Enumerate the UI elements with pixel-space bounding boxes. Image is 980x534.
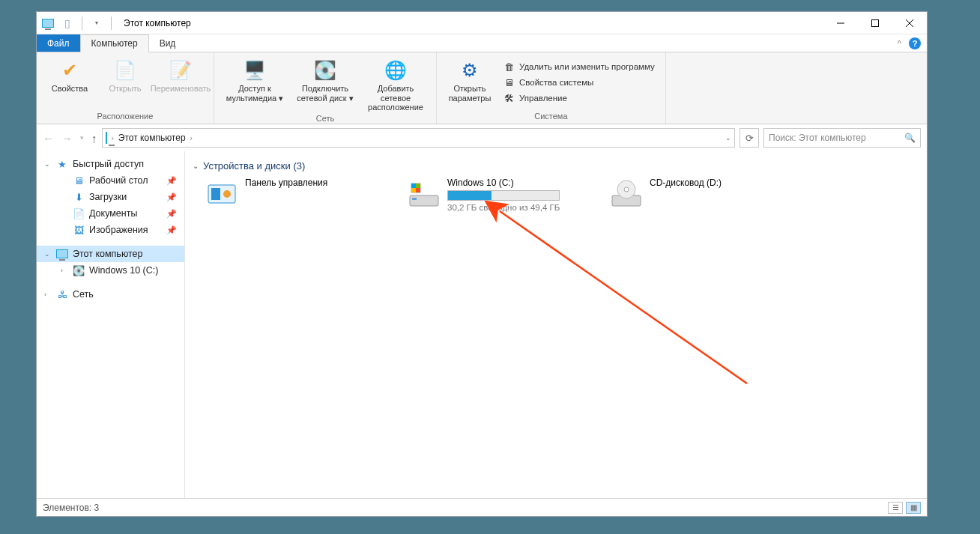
- pin-icon: 📌: [166, 192, 177, 202]
- svg-rect-11: [416, 183, 420, 188]
- drive-icon: 💽: [73, 264, 85, 276]
- uninstall-icon: 🗑: [503, 61, 515, 73]
- chevron-down-icon[interactable]: ⌄: [193, 162, 199, 170]
- group-header-devices[interactable]: ⌄ Устройства и диски (3): [193, 157, 919, 178]
- tile-drive-d[interactable]: CD-дисковод (D:): [611, 178, 783, 212]
- manage-button[interactable]: 🛠 Управление: [500, 91, 658, 105]
- separator: [82, 16, 82, 30]
- add-network-location-button[interactable]: 🌐 Добавить сетевоерасположение: [363, 55, 429, 112]
- open-icon: 📄: [113, 58, 137, 82]
- nav-arrows: ← → ▾ ↑: [43, 132, 97, 145]
- tile-control-panel[interactable]: Панель управления: [206, 178, 378, 212]
- tree-documents[interactable]: 📄 Документы📌: [53, 205, 184, 222]
- desktop-icon: 🖥: [73, 175, 85, 186]
- local-disk-icon: [408, 178, 440, 209]
- help-icon[interactable]: ?: [909, 37, 921, 49]
- uninstall-programs-button[interactable]: 🗑 Удалить или изменить программу: [500, 60, 658, 73]
- ribbon-group-location: ✔ Свойства 📄 Открыть 📝 Переименовать Рас…: [37, 52, 214, 124]
- address-bar[interactable]: › Этот компьютер › ⌄: [102, 128, 736, 148]
- tree-this-pc[interactable]: ⌄ Этот компьютер: [37, 246, 184, 262]
- rename-icon: 📝: [169, 58, 193, 82]
- star-icon: ★: [56, 158, 68, 170]
- pc-icon: [56, 248, 68, 260]
- search-input[interactable]: Поиск: Этот компьютер 🔍: [763, 128, 921, 148]
- nav-row: ← → ▾ ↑ › Этот компьютер › ⌄ ⟳ Поиск: Эт…: [37, 124, 927, 151]
- view-details-button[interactable]: ☰: [888, 502, 903, 514]
- ribbon-group-system: ⚙ Открытьпараметры 🗑 Удалить или изменит…: [437, 52, 666, 124]
- svg-point-6: [223, 190, 231, 198]
- up-button[interactable]: ↑: [91, 132, 97, 145]
- tile-drive-c[interactable]: Windows 10 (C:) 30,2 ГБ свободно из 49,4…: [408, 178, 581, 212]
- qat-dropdown-icon[interactable]: ▾: [88, 15, 105, 31]
- chevron-down-icon[interactable]: ⌄: [44, 160, 52, 168]
- media-server-icon: 🖥️: [243, 58, 267, 82]
- network-icon: 🖧: [56, 288, 68, 300]
- properties-button[interactable]: ✔ Свойства: [44, 55, 95, 94]
- documents-icon: 📄: [73, 207, 85, 219]
- view-tiles-button[interactable]: ▦: [906, 502, 921, 514]
- maximize-button[interactable]: [858, 12, 892, 34]
- tab-computer[interactable]: Компьютер: [80, 34, 149, 52]
- tile-label: CD-дисковод (D:): [650, 178, 722, 188]
- chevron-down-icon[interactable]: ⌄: [44, 250, 52, 258]
- recent-dropdown-icon[interactable]: ▾: [80, 134, 84, 142]
- svg-rect-5: [211, 188, 220, 200]
- tile-label: Панель управления: [245, 178, 327, 188]
- pin-icon: 📌: [166, 176, 177, 186]
- open-button[interactable]: 📄 Открыть: [100, 55, 151, 94]
- open-settings-button[interactable]: ⚙ Открытьпараметры: [444, 55, 495, 103]
- minimize-button[interactable]: [823, 12, 858, 34]
- tile-label: Windows 10 (C:): [447, 178, 560, 188]
- close-icon: [906, 19, 913, 27]
- svg-point-16: [624, 187, 629, 192]
- svg-rect-1: [872, 19, 879, 26]
- chevron-right-icon[interactable]: ›: [44, 291, 52, 298]
- chevron-right-icon[interactable]: ›: [112, 134, 114, 142]
- minimize-icon: [837, 19, 844, 27]
- pc-icon: 🖥: [503, 76, 515, 88]
- system-properties-button[interactable]: 🖥 Свойства системы: [500, 76, 658, 89]
- tree-downloads[interactable]: ⬇ Загрузки📌: [53, 189, 184, 205]
- window-title: Этот компьютер: [118, 18, 191, 28]
- svg-rect-10: [411, 183, 416, 188]
- capacity-text: 30,2 ГБ свободно из 49,4 ГБ: [447, 203, 560, 212]
- map-drive-button[interactable]: 💽 Подключитьсетевой диск ▾: [292, 55, 358, 103]
- back-button[interactable]: ←: [43, 132, 54, 145]
- refresh-button[interactable]: ⟳: [739, 128, 759, 148]
- status-item-count: Элементов: 3: [43, 503, 99, 513]
- close-button[interactable]: [892, 12, 927, 34]
- chevron-right-icon[interactable]: ›: [190, 134, 193, 142]
- tree-network[interactable]: › 🖧 Сеть: [37, 286, 184, 303]
- nav-tree: ⌄ ★ Быстрый доступ 🖥 Рабочий стол📌 ⬇ Заг…: [37, 151, 185, 498]
- manage-icon: 🛠: [503, 92, 515, 104]
- tab-file[interactable]: Файл: [37, 34, 80, 52]
- ribbon-tabs: Файл Компьютер Вид ^ ?: [37, 34, 927, 52]
- svg-line-17: [500, 211, 747, 383]
- search-icon: 🔍: [904, 133, 916, 143]
- pin-icon: 📌: [166, 225, 177, 235]
- search-placeholder: Поиск: Этот компьютер: [769, 133, 866, 143]
- checkmark-icon: ✔: [58, 58, 82, 82]
- ribbon-collapse-icon[interactable]: ^: [898, 39, 901, 48]
- titlebar: ▯ ▾ Этот компьютер: [37, 12, 927, 34]
- tab-view[interactable]: Вид: [149, 34, 187, 52]
- tree-desktop[interactable]: 🖥 Рабочий стол📌: [53, 172, 184, 189]
- capacity-bar: [447, 190, 560, 201]
- tree-pictures[interactable]: 🖼 Изображения📌: [53, 222, 184, 238]
- quick-access-toolbar: ▯ ▾: [37, 15, 118, 31]
- ribbon: ✔ Свойства 📄 Открыть 📝 Переименовать Рас…: [37, 52, 927, 124]
- tree-quick-access[interactable]: ⌄ ★ Быстрый доступ: [37, 156, 184, 172]
- forward-button[interactable]: →: [61, 132, 73, 145]
- pc-icon: [106, 133, 107, 143]
- address-dropdown-icon[interactable]: ⌄: [725, 134, 731, 142]
- control-panel-icon: [206, 178, 238, 209]
- media-access-button[interactable]: 🖥️ Доступ кмультимедиа ▾: [222, 55, 288, 103]
- chevron-right-icon[interactable]: ›: [61, 267, 68, 274]
- document-icon[interactable]: ▯: [59, 15, 76, 31]
- content-pane[interactable]: ⌄ Устройства и диски (3) Панель управлен…: [185, 151, 927, 498]
- tree-drive-c[interactable]: › 💽 Windows 10 (C:): [53, 262, 184, 279]
- rename-button[interactable]: 📝 Переименовать: [155, 55, 206, 94]
- maximize-icon: [871, 19, 879, 27]
- cd-drive-icon: [611, 178, 642, 209]
- breadcrumb[interactable]: Этот компьютер: [118, 133, 186, 143]
